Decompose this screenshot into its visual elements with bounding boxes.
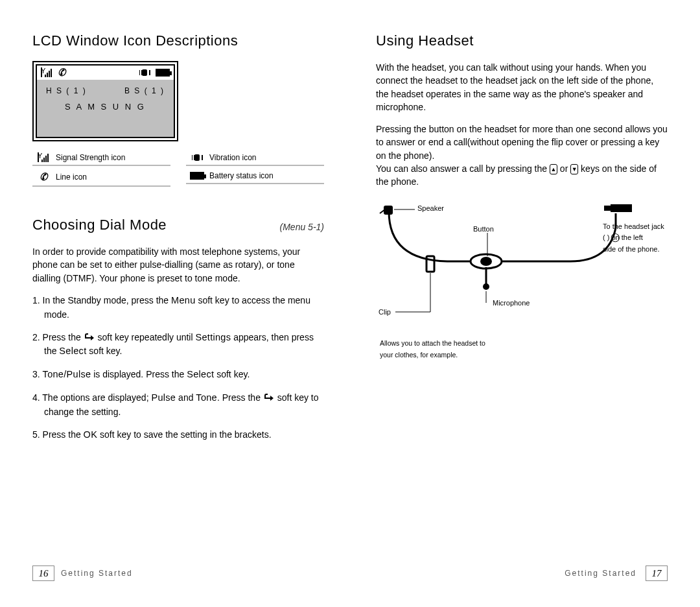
vibration-icon [191,153,203,162]
legend-battery: Battery status icon [186,170,324,184]
menu-reference: (Menu 5-1) [280,222,324,232]
headset-para-2: Pressing the button on the headset for m… [376,123,668,188]
headset-jack-icon: ◯ [611,232,620,242]
legend-signal-label: Signal Strength icon [56,153,125,162]
svg-point-8 [483,283,489,290]
svg-rect-3 [604,206,611,211]
legend-vibration-label: Vibration icon [209,153,257,162]
ok-softkey-label: OK [84,429,98,440]
tone-label: Tone [196,392,217,403]
dial-mode-steps: 1. In the Standby mode, press the Menu s… [32,294,324,442]
svg-marker-2 [611,204,632,212]
clip-caption: Allows you to attach the headset to your… [380,338,668,361]
select-softkey-label: Select [187,369,214,379]
lcd-status-bar: Y ✆ [37,65,174,80]
lcd-frame-inner: Y ✆ H S ( 1 ) B S ( 1 ) S A M S U N G [36,64,175,138]
signal-strength-icon: Y [41,68,52,77]
step-2: 2. Press the soft key repeatedly until S… [32,331,324,359]
page-left: LCD Window Icon Descriptions Y ✆ H S ( 1… [0,0,350,607]
lcd-bs-label: B S ( 1 ) [124,86,165,95]
legend-signal: Y Signal Strength icon [32,152,170,166]
scroll-arrow-icon [84,333,95,342]
heading-using-headset: Using Headset [376,32,668,49]
scroll-arrow-icon [263,394,275,403]
diagram-label-clip: Clip [379,308,391,316]
step-4: 4. The options are displayed; Pulse and … [32,391,324,419]
heading-dial-mode: Choosing Dial Mode [32,217,167,233]
dial-mode-intro: In order to provide compatibility with m… [32,245,324,285]
lcd-text-area: H S ( 1 ) B S ( 1 ) S A M S U N G [37,80,174,112]
legend-line: ✆ Line icon [32,170,170,187]
lcd-brand-label: S A M S U N G [37,102,174,112]
headset-para-1: With the headset, you can talk without u… [376,61,668,113]
diagram-label-microphone: Microphone [493,299,530,307]
footer-section-right: Getting Started [565,569,636,578]
select-softkey-label: Select [59,346,86,356]
settings-label: Settings [195,332,231,342]
tone-pulse-label: Tone/Pulse [43,369,91,379]
page-right: Using Headset With the headset, you can … [350,0,700,607]
step-5: 5. Press the OK soft key to save the set… [32,428,324,442]
battery-icon [156,69,170,77]
headset-diagram: Speaker Button Microphone Clip To the he… [376,202,655,338]
battery-icon [190,172,204,180]
page-number-right: 17 [646,565,668,581]
signal-strength-icon: Y [38,153,49,162]
vibration-icon [139,68,150,77]
legend-vibration: Vibration icon [186,152,324,166]
volume-up-key-icon: ▲ [550,164,557,174]
page-number-left: 16 [32,565,54,581]
heading-lcd-icons: LCD Window Icon Descriptions [32,32,324,49]
line-icon: ✆ [57,66,67,79]
lcd-frame-outer: Y ✆ H S ( 1 ) B S ( 1 ) S A M S U N G [32,61,178,141]
diagram-label-button: Button [473,225,494,233]
svg-point-6 [480,257,492,266]
menu-softkey-label: Menu [171,295,195,305]
icon-legend: Y Signal Strength icon ✆ Line icon Vibra… [32,152,324,191]
pulse-label: Pulse [151,392,176,403]
legend-battery-label: Battery status icon [209,171,274,180]
footer-left: 16 Getting Started [32,565,133,581]
line-icon: ✆ [38,171,49,184]
step-3: 3. Tone/Pulse is displayed. Press the Se… [32,368,324,382]
footer-section-left: Getting Started [61,569,133,578]
legend-line-label: Line icon [56,173,87,182]
footer-right: Getting Started 17 [565,565,668,581]
step-1: 1. In the Standby mode, press the Menu s… [32,294,324,322]
diagram-label-speaker: Speaker [417,204,444,212]
lcd-hs-label: H S ( 1 ) [46,86,87,95]
volume-down-key-icon: ▼ [570,164,578,174]
